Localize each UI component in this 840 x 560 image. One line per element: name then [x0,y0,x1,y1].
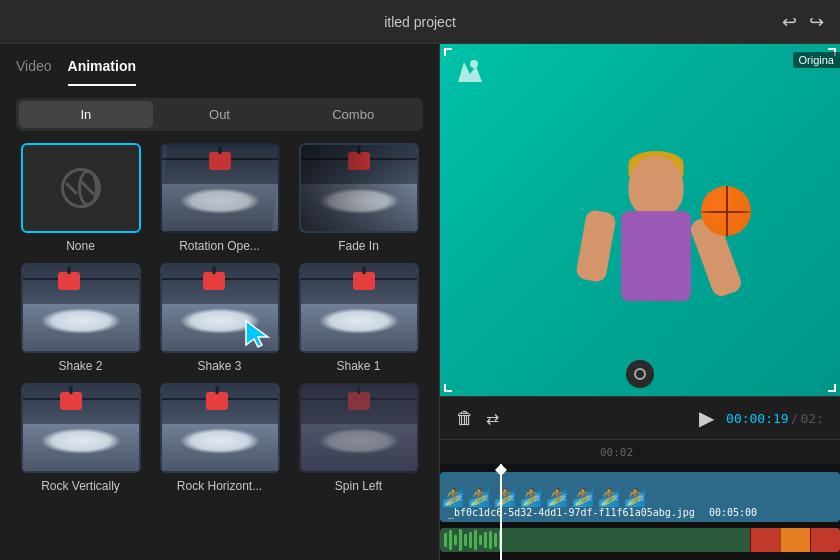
trash-button[interactable]: 🗑 [456,408,474,429]
original-badge: Origina [793,52,840,68]
track-filename: _bf0c1dc6-5d32-4dd1-97df-f11f61a05abg.jp… [448,507,695,518]
track-label: _bf0c1dc6-5d32-4dd1-97df-f11f61a05abg.jp… [448,507,757,518]
panel-tabs: Video Animation [0,44,439,86]
anim-thumb-fade-in [299,143,419,233]
wave-bar [474,530,477,550]
svg-point-1 [470,60,478,68]
right-panel: Origina 🗑 ⇄ ▶ 00:00:19 / 02: 00:0 [440,44,840,560]
cable-car-fade [301,145,417,231]
cable-car-rock-h [162,385,278,471]
track-icon-7: 🏄 [598,486,620,508]
timeline-ruler: 00:02 [440,440,840,464]
basketball [701,186,751,236]
flip-button[interactable]: ⇄ [486,409,499,428]
track-icon-1: 🏄 [442,486,464,508]
cable-car-rock-v [23,385,139,471]
track-icon-3: 🏄 [494,486,516,508]
corner-bottom-right [828,384,836,392]
track-icon-4: 🏄 [520,486,542,508]
anim-thumb-rock-vertically [21,383,141,473]
playhead[interactable] [500,464,502,560]
anim-thumb-none [21,143,141,233]
anim-label-fade-in: Fade In [338,239,379,253]
top-bar: itled project ↩ ↪ [0,0,840,44]
anim-item-rock-horizontally[interactable]: Rock Horizont... [155,383,284,493]
anim-label-rock-horizontally: Rock Horizont... [177,479,262,493]
preview-area: Origina [440,44,840,396]
anim-item-shake-2[interactable]: Shake 2 [16,263,145,373]
tab-video[interactable]: Video [16,58,52,86]
top-bar-actions: ↩ ↪ [782,11,824,33]
player-scene: Origina [440,44,840,396]
wave-bar [464,534,467,546]
wave-bar [469,532,472,549]
timecode-display: 00:00:19 / 02: [726,411,824,426]
track-area: 🏄 🏄 🏄 🏄 🏄 🏄 🏄 🏄 _bf0c1dc6-5d32-4dd1-97df… [440,464,840,560]
anim-tab-combo[interactable]: Combo [286,101,420,128]
track-icon-8: 🏄 [624,486,646,508]
left-panel: Video Animation In Out Combo [0,44,440,560]
anim-thumb-shake-1 [299,263,419,353]
player-head [629,156,684,216]
total-time: 02: [801,411,824,426]
player-torso [621,211,691,301]
preview-center-control[interactable] [626,360,654,388]
thumb-orange [780,528,810,552]
anim-item-shake-1[interactable]: Shake 1 [294,263,423,373]
anim-label-shake-3: Shake 3 [197,359,241,373]
watermark-logo [450,54,490,99]
anim-label-shake-2: Shake 2 [58,359,102,373]
anim-tab-in[interactable]: In [19,101,153,128]
animation-tabs: In Out Combo [16,98,423,131]
wave-bar [454,535,457,545]
anim-label-none: None [66,239,95,253]
track-icon-5: 🏄 [546,486,568,508]
audio-wave [444,528,502,552]
play-button[interactable]: ▶ [699,406,714,430]
cable-car-shake2 [23,265,139,351]
corner-bottom-left [444,384,452,392]
wave-bar [479,535,482,546]
thumb-red-2 [810,528,840,552]
wave-bar [494,533,497,546]
none-icon [61,168,101,208]
track-icon-2: 🏄 [468,486,490,508]
anim-thumb-rock-horizontally [160,383,280,473]
player-arm-left [575,209,617,283]
anim-item-none[interactable]: None [16,143,145,253]
ruler-mark-02: 00:02 [600,446,633,459]
wave-bar [489,531,492,549]
anim-label-rock-vertically: Rock Vertically [41,479,120,493]
anim-item-rock-vertically[interactable]: Rock Vertically [16,383,145,493]
player-figure [576,156,736,396]
cable-car-spin [301,385,417,471]
track-preview-thumbs [750,528,840,552]
track-duration: 00:05:00 [709,507,757,518]
anim-thumb-shake-2 [21,263,141,353]
cable-car-rotation [162,145,278,231]
thumb-red-1 [750,528,780,552]
wave-bar [484,532,487,548]
track-icon-6: 🏄 [572,486,594,508]
undo-button[interactable]: ↩ [782,11,797,33]
animation-grid: None Rotation Ope... [0,143,439,509]
main-layout: Video Animation In Out Combo [0,44,840,560]
anim-item-fade-in[interactable]: Fade In [294,143,423,253]
anim-item-spin-left[interactable]: Spin Left [294,383,423,493]
anim-item-shake-3[interactable]: Shake 3 [155,263,284,373]
center-dot [634,368,646,380]
anim-label-shake-1: Shake 1 [336,359,380,373]
top-bar-title: itled project [384,14,456,30]
tab-animation[interactable]: Animation [68,58,136,86]
timeline[interactable]: 00:02 🏄 🏄 🏄 🏄 🏄 [440,440,840,560]
anim-thumb-spin-left [299,383,419,473]
wave-bar [449,530,452,549]
anim-item-rotation-open[interactable]: Rotation Ope... [155,143,284,253]
redo-button[interactable]: ↪ [809,11,824,33]
corner-top-left [444,48,452,56]
anim-label-spin-left: Spin Left [335,479,382,493]
timecode-separator: / [791,411,799,426]
cable-car-shake3 [162,265,278,351]
anim-tab-out[interactable]: Out [153,101,287,128]
anim-thumb-rotation-open [160,143,280,233]
